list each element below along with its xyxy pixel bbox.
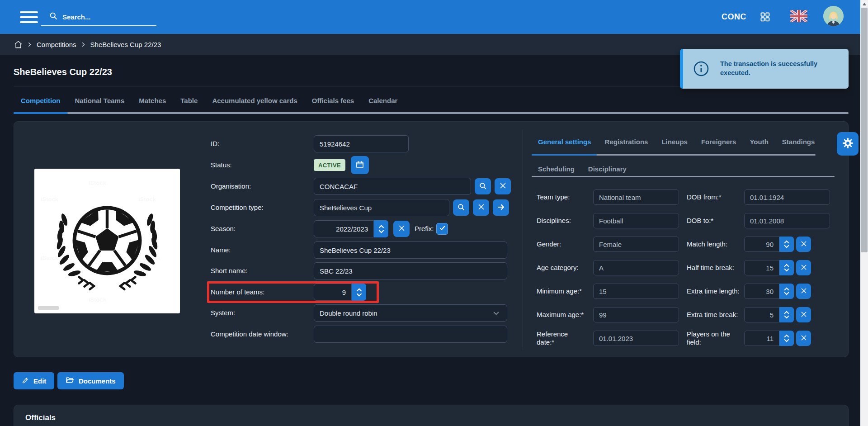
- tab-lineups[interactable]: Lineups: [661, 138, 688, 146]
- players-on-field-clear-button[interactable]: [796, 331, 811, 346]
- minimum-age-field[interactable]: [593, 284, 679, 299]
- tab-matches[interactable]: Matches: [139, 97, 166, 104]
- dob-from-field[interactable]: [744, 189, 830, 205]
- extra-time-length-clear-button[interactable]: [796, 284, 811, 299]
- short-name-field[interactable]: [314, 262, 507, 279]
- prefix-label: Prefix:: [415, 220, 434, 237]
- name-field[interactable]: [314, 241, 507, 259]
- tab-officials-fees[interactable]: Officials fees: [312, 97, 354, 104]
- prefix-checkbox[interactable]: [436, 223, 448, 235]
- extra-time-break-stepper[interactable]: [779, 307, 794, 322]
- home-icon[interactable]: [14, 40, 23, 49]
- field-row-id: ID:: [14, 135, 520, 152]
- organisation-field[interactable]: [314, 178, 471, 195]
- tab-disciplinary[interactable]: Disciplinary: [588, 165, 627, 173]
- check-icon: [439, 225, 446, 233]
- dob-to-field[interactable]: [744, 213, 830, 228]
- scrollbar-up-arrow-icon[interactable]: [860, 0, 868, 8]
- documents-button[interactable]: Documents: [57, 372, 124, 389]
- breadcrumb-competitions[interactable]: Competitions: [37, 41, 76, 48]
- system-label: System:: [211, 304, 235, 322]
- half-time-break-stepper[interactable]: [779, 260, 794, 275]
- match-length-stepper[interactable]: [779, 237, 794, 252]
- competition-tabs: Competition National Teams Matches Table…: [21, 97, 397, 104]
- tab-accumulated-yellow-cards[interactable]: Accumulated yellow cards: [212, 97, 297, 104]
- status-history-button[interactable]: [351, 156, 369, 174]
- season-field[interactable]: [314, 220, 374, 237]
- competition-type-search-button[interactable]: [453, 199, 469, 216]
- match-length-clear-button[interactable]: [796, 237, 811, 252]
- competition-type-clear-button[interactable]: [473, 199, 489, 216]
- extra-time-length-stepper[interactable]: [779, 284, 794, 299]
- extra-time-break-field[interactable]: [744, 307, 779, 322]
- tab-competition[interactable]: Competition: [21, 97, 61, 104]
- system-select[interactable]: [314, 304, 507, 322]
- pencil-icon: [22, 377, 29, 385]
- extra-time-length-label: Extra time length:: [687, 284, 743, 299]
- user-avatar[interactable]: [823, 6, 844, 26]
- close-icon: [398, 225, 405, 233]
- settings-gear-button[interactable]: [837, 132, 859, 156]
- search-input[interactable]: [62, 13, 144, 21]
- organisation-clear-button[interactable]: [495, 178, 511, 194]
- tab-registrations[interactable]: Registrations: [605, 138, 648, 146]
- organisation-search-button[interactable]: [475, 178, 491, 194]
- tab-table[interactable]: Table: [180, 97, 198, 104]
- extra-time-length-field[interactable]: [744, 284, 779, 299]
- season-clear-button[interactable]: [393, 221, 410, 237]
- half-time-break-clear-button[interactable]: [796, 260, 811, 275]
- competition-detail-card: iStockiStock iStockiStock iStockiStock: [14, 121, 849, 357]
- extra-time-break-clear-button[interactable]: [796, 307, 811, 322]
- id-field[interactable]: [314, 135, 409, 152]
- close-icon: [801, 241, 807, 248]
- vertical-scrollbar[interactable]: [860, 0, 868, 426]
- language-flag-uk-icon[interactable]: [790, 10, 807, 22]
- maximum-age-label: Maximum age:*: [537, 307, 587, 322]
- reference-date-field[interactable]: [593, 331, 679, 346]
- gender-field[interactable]: [593, 237, 679, 252]
- officials-title: Officials: [25, 413, 56, 422]
- scrollbar-thumb[interactable]: [861, 8, 868, 252]
- arrow-right-icon: [497, 203, 505, 213]
- apps-grid-icon[interactable]: [760, 12, 770, 24]
- info-icon: [693, 61, 709, 79]
- tab-scheduling[interactable]: Scheduling: [538, 165, 575, 173]
- team-type-field[interactable]: [593, 189, 679, 205]
- tab-national-teams[interactable]: National Teams: [75, 97, 125, 104]
- edit-button[interactable]: Edit: [14, 372, 54, 389]
- tab-general-settings[interactable]: General settings: [538, 138, 591, 146]
- organisation-code[interactable]: CONC: [722, 0, 746, 34]
- page-title: SheBelieves Cup 22/23: [14, 67, 112, 77]
- tab-standings[interactable]: Standings: [782, 138, 815, 146]
- maximum-age-field[interactable]: [593, 307, 679, 322]
- organisation-label: Organisation:: [211, 178, 251, 195]
- tab-foreigners[interactable]: Foreigners: [701, 138, 736, 146]
- field-row-short-name: Short name:: [14, 262, 520, 279]
- settings-active-tab-indicator: [532, 154, 597, 156]
- season-stepper[interactable]: [374, 220, 388, 237]
- short-name-label: Short name:: [211, 262, 248, 279]
- competition-type-field[interactable]: [314, 199, 449, 216]
- match-length-label: Match length:: [687, 237, 743, 252]
- disciplines-field[interactable]: [593, 213, 679, 228]
- success-toast: The transaction is successfully executed…: [680, 49, 849, 89]
- age-category-field[interactable]: [593, 260, 679, 275]
- tab-calendar[interactable]: Calendar: [368, 97, 397, 104]
- competition-type-goto-button[interactable]: [493, 199, 509, 216]
- age-category-label: Age category:: [537, 260, 587, 275]
- calendar-icon: [355, 160, 364, 170]
- tab-youth[interactable]: Youth: [750, 138, 768, 146]
- menu-icon[interactable]: [20, 11, 38, 23]
- field-row-name: Name:: [14, 241, 520, 259]
- players-on-field-stepper[interactable]: [779, 331, 794, 346]
- gear-icon: [842, 137, 854, 151]
- match-length-field[interactable]: [744, 237, 779, 252]
- highlight-annotation: [207, 281, 379, 303]
- date-window-field[interactable]: [314, 326, 507, 343]
- date-window-label: Competition date window:: [211, 326, 288, 343]
- minimum-age-label: Minimum age:*: [537, 284, 587, 299]
- half-time-break-field[interactable]: [744, 260, 779, 275]
- breadcrumb-current[interactable]: SheBelieves Cup 22/23: [90, 41, 161, 48]
- players-on-field-field[interactable]: [744, 331, 779, 346]
- chevron-right-icon: [81, 42, 86, 47]
